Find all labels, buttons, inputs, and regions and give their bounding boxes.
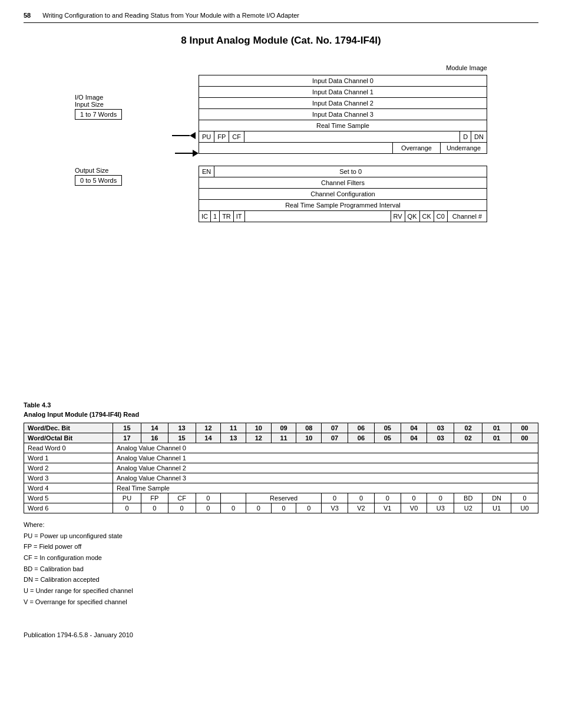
cell-w6-0a: 0 xyxy=(113,503,141,513)
cell-0a: 0 xyxy=(196,493,221,503)
cell-bd: BD xyxy=(454,493,482,503)
where-pu: PU = Power up unconfigured state xyxy=(24,531,538,542)
row-label-read-word-0: Read Word 0 xyxy=(24,443,113,453)
cell-cf: CF xyxy=(168,493,196,503)
overrange-row: Overrange Underrange xyxy=(199,143,487,154)
input-channel-1-row: Input Data Channel 1 xyxy=(199,87,487,98)
col-01: 01 xyxy=(482,423,511,433)
cell-w6-0g: 0 xyxy=(271,503,296,513)
oct-11: 11 xyxy=(271,433,296,443)
cell-0d: 0 xyxy=(374,493,401,503)
oct-17: 17 xyxy=(113,433,141,443)
input-arrow xyxy=(172,132,196,139)
row-label-word-3: Word 3 xyxy=(24,473,113,483)
input-channel-3-row: Input Data Channel 3 xyxy=(199,109,487,120)
where-dn: DN = Calibration accepted xyxy=(24,574,538,585)
cell-u0: U0 xyxy=(511,503,538,513)
row-span-channel-2: Analog Value Channel 2 xyxy=(113,463,538,473)
input-size-label: Input Size xyxy=(75,101,169,108)
io-image-label: I/O Image xyxy=(75,94,169,101)
oct-14: 14 xyxy=(196,433,221,443)
oct-16: 16 xyxy=(141,433,168,443)
where-fp: FP = Field power off xyxy=(24,541,538,552)
where-u: U = Under range for specified channel xyxy=(24,585,538,597)
cell-0c: 0 xyxy=(348,493,375,503)
col-00: 00 xyxy=(511,423,538,433)
col-10: 10 xyxy=(246,423,272,433)
rts-programmed-row: Real Time Sample Programmed Interval xyxy=(199,200,487,211)
cell-dn: DN xyxy=(482,493,511,503)
cell-0g: 0 xyxy=(511,493,538,503)
col-13: 13 xyxy=(168,423,196,433)
cell-v1: V1 xyxy=(374,503,401,513)
cell-u2: U2 xyxy=(454,503,482,513)
real-time-sample-row: Real Time Sample xyxy=(199,120,487,131)
table-row: Word 4 Real Time Sample xyxy=(24,483,538,493)
output-set-to-0-row: EN Set to 0 xyxy=(199,166,487,177)
row-label-word-5: Word 5 xyxy=(24,493,113,503)
col-04: 04 xyxy=(401,423,427,433)
col-09: 09 xyxy=(271,423,296,433)
oct-00: 00 xyxy=(511,433,538,443)
left-labels: I/O Image Input Size 1 to 7 Words Output… xyxy=(75,64,169,312)
oct-10: 10 xyxy=(296,433,322,443)
diagram-section: I/O Image Input Size 1 to 7 Words Output… xyxy=(24,64,538,312)
cell-w6-0h: 0 xyxy=(296,503,322,513)
col-12: 12 xyxy=(196,423,221,433)
oct-15: 15 xyxy=(168,433,196,443)
cell-u3: U3 xyxy=(427,503,454,513)
output-bottom-row: IC 1 TR IT RV QK CK C0 Channel # xyxy=(199,211,487,222)
table-row: Read Word 0 Analog Value Channel 0 xyxy=(24,443,538,453)
oct-07: 07 xyxy=(322,433,348,443)
col-08: 08 xyxy=(296,423,322,433)
input-channel-2-row: Input Data Channel 2 xyxy=(199,98,487,109)
cell-v3: V3 xyxy=(322,503,348,513)
oct-06: 06 xyxy=(348,433,375,443)
oct-13: 13 xyxy=(221,433,246,443)
where-bd: BD = Calibration bad xyxy=(24,564,538,575)
table-title-line1: Table 4.3 xyxy=(24,401,538,409)
oct-12: 12 xyxy=(246,433,272,443)
row-label-word-4: Word 4 xyxy=(24,483,113,493)
channel-config-row: Channel Configuration xyxy=(199,189,487,200)
input-channel-0-row: Input Data Channel 0 xyxy=(199,75,487,87)
header-text: Writing Configuration to and Reading Sta… xyxy=(42,12,299,19)
cell-w6-0e: 0 xyxy=(221,503,246,513)
cell-0f: 0 xyxy=(427,493,454,503)
row-label-word-2: Word 2 xyxy=(24,463,113,473)
page-header: 58 Writing Configuration to and Reading … xyxy=(24,12,538,23)
module-image-label: Module Image xyxy=(199,64,487,71)
row-label-word-6: Word 6 xyxy=(24,503,113,513)
where-v: V = Overrange for specified channel xyxy=(24,597,538,608)
col-15: 15 xyxy=(113,423,141,433)
channel-filters-row: Channel Filters xyxy=(199,177,487,189)
where-section: Where: PU = Power up unconfigured state … xyxy=(24,519,538,608)
row-span-channel-1: Analog Value Channel 1 xyxy=(113,453,538,463)
oct-04: 04 xyxy=(401,433,427,443)
row-label-word-1: Word 1 xyxy=(24,453,113,463)
table-row: Word 6 0 0 0 0 0 0 0 0 V3 V2 V1 V0 U3 U2… xyxy=(24,503,538,513)
col-14: 14 xyxy=(141,423,168,433)
input-size-box: 1 to 7 Words xyxy=(75,109,122,120)
status-row: PU FP CF D DN xyxy=(199,131,487,143)
col-11: 11 xyxy=(221,423,246,433)
col-word-oct: Word/Octal Bit xyxy=(24,433,113,443)
oct-01: 01 xyxy=(482,433,511,443)
table-row: Word 2 Analog Value Channel 2 xyxy=(24,463,538,473)
page-footer: Publication 1794-6.5.8 - January 2010 xyxy=(24,631,538,638)
cell-reserved: Reserved xyxy=(246,493,322,503)
cell-w6-0b: 0 xyxy=(141,503,168,513)
cell-v0: V0 xyxy=(401,503,427,513)
col-02: 02 xyxy=(454,423,482,433)
col-03: 03 xyxy=(427,423,454,433)
cell-0e: 0 xyxy=(401,493,427,503)
row-span-channel-0: Analog Value Channel 0 xyxy=(113,443,538,453)
cell-v2: V2 xyxy=(348,503,375,513)
col-06: 06 xyxy=(348,423,375,433)
cell-w6-0f: 0 xyxy=(246,503,272,513)
cell-empty xyxy=(221,493,246,503)
cell-pu: PU xyxy=(113,493,141,503)
page-number: 58 xyxy=(24,12,31,19)
cell-u1: U1 xyxy=(482,503,511,513)
col-07: 07 xyxy=(322,423,348,433)
